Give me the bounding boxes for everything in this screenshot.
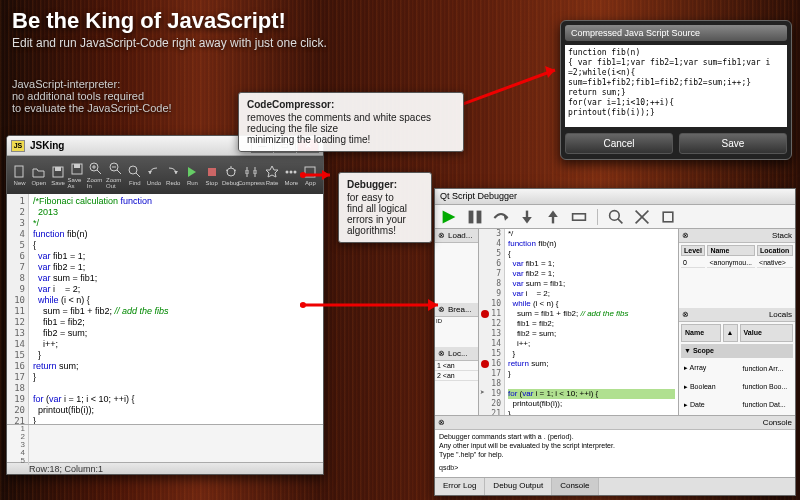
svg-rect-36 (469, 210, 474, 223)
rate-button[interactable]: Rate (262, 165, 281, 186)
save-as-button[interactable]: Save As (68, 162, 87, 189)
settings-icon[interactable] (660, 209, 676, 225)
code-editor[interactable]: 123456789101112131415161718192021 /*Fibo… (7, 194, 323, 424)
find-button[interactable]: Find (125, 165, 144, 186)
debugger-gutter: 345678910111213141516171819➤2021 (479, 229, 505, 415)
find-icon[interactable] (608, 209, 624, 225)
console-panel: ⊗Console Debugger commands start with a … (435, 415, 795, 477)
line-gutter: 123456789101112131415161718192021 (7, 194, 29, 424)
svg-rect-34 (305, 167, 315, 177)
locals-row[interactable]: ▸ Datefunction Dat... (681, 397, 793, 413)
compress-dialog: Compressed Java Script Source function f… (560, 20, 792, 160)
svg-marker-35 (443, 210, 456, 223)
code-area[interactable]: /*Fibonaci calculation function 2013*/fu… (29, 194, 323, 424)
debugger-title[interactable]: Qt Script Debugger (435, 189, 795, 205)
hero-subtitle: Edit and run JavaScript-Code right away … (12, 36, 327, 50)
step-out-icon[interactable] (545, 209, 561, 225)
status-bar: Row:18; Column:1 (7, 462, 323, 475)
stack-row: 0<anonymou...<native> (681, 258, 793, 268)
debugger-code[interactable]: 345678910111213141516171819➤2021 */funct… (479, 229, 678, 415)
svg-rect-8 (15, 166, 23, 177)
debugger-tabs: Error LogDebug OutputConsole (435, 477, 795, 495)
clear-icon[interactable] (634, 209, 650, 225)
svg-rect-10 (55, 167, 61, 171)
svg-line-45 (618, 218, 623, 223)
svg-point-33 (294, 170, 297, 173)
svg-point-32 (290, 170, 293, 173)
hero: Be the King of JavaScript! Edit and run … (12, 8, 327, 50)
output-grid: 12345 (7, 424, 323, 462)
callout-compressor: CodeCompressor: removes the comments and… (238, 92, 464, 152)
hero-title: Be the King of JavaScript! (12, 8, 327, 34)
locals-row[interactable]: ▸ Booleanfunction Boo... (681, 378, 793, 394)
compressed-output[interactable]: function fib(n){ var fib1=1;var fib2=1;v… (565, 45, 787, 127)
close-icon[interactable]: ⊗ (438, 231, 445, 240)
svg-line-21 (136, 173, 140, 177)
continue-icon[interactable] (441, 209, 457, 225)
svg-rect-12 (74, 164, 80, 168)
console-header[interactable]: ⊗Console (435, 416, 795, 430)
more-button[interactable]: More (282, 165, 301, 186)
svg-line-0 (460, 70, 555, 105)
step-into-icon[interactable] (519, 209, 535, 225)
breakpoints-panel-header[interactable]: ⊗Brea... (435, 303, 478, 317)
close-icon[interactable]: ⊗ (682, 310, 689, 319)
save-button[interactable]: Save (48, 165, 67, 186)
pause-icon[interactable] (467, 209, 483, 225)
tab-debug-output[interactable]: Debug Output (485, 478, 552, 495)
svg-marker-22 (148, 171, 152, 174)
svg-marker-24 (188, 167, 196, 177)
svg-point-26 (227, 168, 235, 176)
dialog-title: Compressed Java Script Source (565, 25, 787, 41)
svg-point-31 (286, 170, 289, 173)
locals-table[interactable]: Name▲Value ▼ Scope ▸ Arrayfunction Arr..… (679, 322, 795, 415)
svg-marker-30 (266, 166, 278, 177)
debugger-window: Qt Script Debugger ⊗Load... ⊗Brea... ID … (434, 188, 796, 496)
app-icon: JS (11, 140, 25, 152)
tab-console[interactable]: Console (552, 478, 598, 495)
svg-line-18 (117, 170, 121, 174)
debugger-code-text: */function fib(n){ var fib1 = 1; var fib… (505, 229, 678, 415)
save-button[interactable]: Save (679, 133, 787, 154)
svg-marker-42 (548, 210, 558, 216)
locals-panel-header[interactable]: ⊗Locals (679, 308, 795, 322)
window-title: JSKing (30, 140, 251, 151)
open-button[interactable]: Open (29, 165, 48, 186)
svg-marker-1 (545, 66, 555, 78)
close-icon[interactable]: ⊗ (682, 231, 689, 240)
locals-panel-header[interactable]: ⊗Loc... (435, 347, 478, 361)
svg-rect-43 (573, 213, 586, 219)
loc-row[interactable]: 2 <an (435, 371, 478, 381)
stop-button[interactable]: Stop (202, 165, 221, 186)
console-output[interactable]: Debugger commands start with a . (period… (435, 430, 795, 474)
stack-table[interactable]: LevelNameLocation 0<anonymou...<native> (679, 243, 795, 270)
stack-panel-header[interactable]: ⊗Stack (679, 229, 795, 243)
app-button[interactable]: App (301, 165, 320, 186)
tab-error-log[interactable]: Error Log (435, 478, 485, 495)
subhero-text: JavaScript-interpreter: no additional to… (12, 78, 172, 114)
jsking-window: JS JSKing — ▭ ✕ NewOpenSaveSave AsZoom I… (6, 135, 324, 475)
loaded-panel-header[interactable]: ⊗Load... (435, 229, 478, 243)
locals-row[interactable]: ▸ Arrayfunction Arr... (681, 360, 793, 376)
redo-button[interactable]: Redo (164, 165, 183, 186)
cancel-button[interactable]: Cancel (565, 133, 673, 154)
callout-debugger: Debugger: for easy to find all logical e… (338, 172, 432, 243)
close-icon[interactable]: ⊗ (438, 418, 445, 427)
loc-row[interactable]: 1 <an (435, 361, 478, 371)
svg-point-20 (129, 166, 137, 174)
close-icon[interactable]: ⊗ (438, 349, 445, 358)
compress-button[interactable]: Compress (240, 165, 262, 186)
new-button[interactable]: New (10, 165, 29, 186)
run-to-cursor-icon[interactable] (571, 209, 587, 225)
run-button[interactable]: Run (183, 165, 202, 186)
arrow-to-compressor (460, 60, 570, 110)
svg-rect-37 (477, 210, 482, 223)
undo-button[interactable]: Undo (144, 165, 163, 186)
debugger-toolbar (435, 205, 795, 229)
svg-rect-25 (208, 168, 216, 176)
step-over-icon[interactable] (493, 209, 509, 225)
zoom-out-button[interactable]: Zoom Out (106, 162, 125, 189)
zoom-in-button[interactable]: Zoom In (87, 162, 106, 189)
close-icon[interactable]: ⊗ (438, 305, 445, 314)
svg-rect-48 (663, 212, 673, 222)
